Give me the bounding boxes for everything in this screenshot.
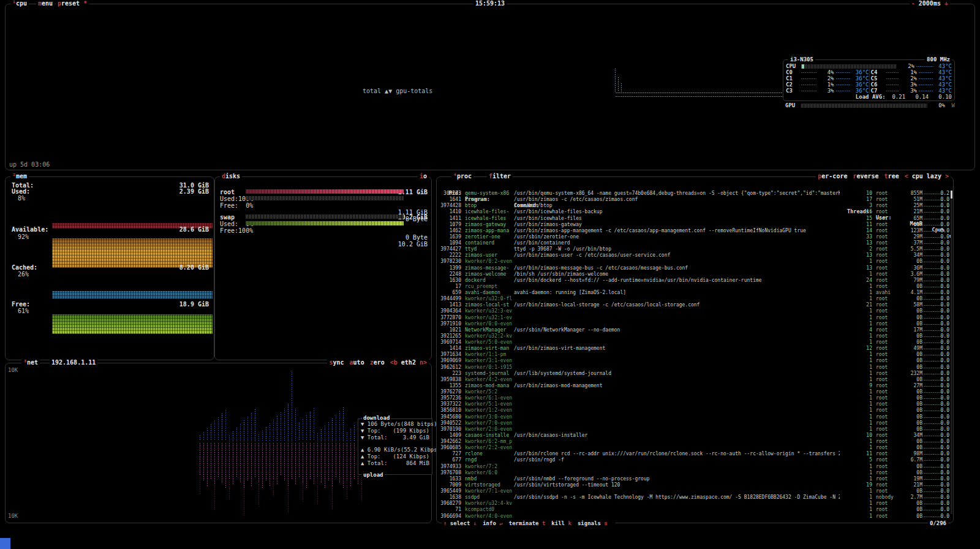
process-row[interactable]: 3970190kworker/2:0-even1root0B0.0 (438, 426, 951, 433)
process-row[interactable]: 727rclone/usr/bin/rclone rcd --rc-addr u… (438, 451, 951, 457)
process-row[interactable]: 3921265kworker/u32:2-kv1root0B0.0 (438, 333, 951, 339)
core-row: C12%36°C (786, 75, 869, 81)
process-row[interactable]: 1641zimaos/usr/bin/zimaos -c /etc/casaos… (438, 197, 951, 203)
net-box-title[interactable]: ³net (21, 358, 40, 367)
mem-box-title[interactable]: ²mem (10, 172, 29, 181)
net-interface-selector[interactable]: <b eth2 n> (390, 358, 427, 367)
process-row[interactable]: 3976708kworker/6:01root0B0.0 (438, 470, 951, 476)
proc-sort-selector[interactable]: < cpu lazy > (905, 172, 949, 181)
process-row[interactable]: 1094containerd/usr/bin/containerd13root3… (438, 240, 951, 246)
download-title: download (362, 415, 391, 422)
process-row[interactable]: 3974933kworker/7:21root0B0.0 (438, 464, 951, 470)
tab-menu[interactable]: menu (36, 0, 55, 8)
disk-used-meter (246, 214, 404, 219)
btop-screen: { "topbar": { "tabs": [ {"key": "¹", "re… (0, 0, 980, 549)
process-row[interactable]: 3974428btop/usr/bin/btop3root25M0.0 (438, 203, 951, 209)
process-row[interactable]: 223systemd-journal/usr/lib/systemd/syste… (438, 371, 951, 377)
process-row[interactable]: 1399zimaos-message-/usr/bin/zimaos-messa… (438, 265, 951, 271)
net-zero-button[interactable]: zero (370, 358, 385, 367)
tab-cpu[interactable]: ¹cpu (10, 0, 29, 8)
process-row[interactable]: 1414zimaos-virt-man/usr/bin/zimaos-virt-… (438, 346, 951, 352)
process-row[interactable]: 1638ssdpd/usr/sbin/ssdpd -n -s -m Icewha… (438, 494, 951, 501)
process-row[interactable]: 3856810kworker/1:2-even1root0B0.0 (438, 407, 951, 414)
process-row[interactable]: 3971634kworker/1:1-pm1root0B0.0 (438, 352, 951, 358)
kill-action[interactable]: kill k (551, 519, 571, 528)
process-row[interactable]: 3974427ttydttyd -p 39687 -W -o /usr/bin/… (438, 246, 951, 252)
process-row[interactable]: 3944499kworker/u32:0-fl1root0B0.0 (438, 296, 951, 302)
proc-percore-toggle[interactable]: per-core (818, 172, 847, 181)
process-row[interactable]: 3904364kworker/u32:3-ev1root0B0.0 (438, 308, 951, 314)
process-row[interactable]: 3957236kworker/6:1-even1root0B0.0 (438, 395, 951, 401)
process-row[interactable]: 1639zerotier-one/usr/sbin/zerotier-one33… (438, 234, 951, 240)
interval-increase-button[interactable]: + (944, 0, 948, 7)
graph-mode-label[interactable]: total ▲▼ gpu-totals (363, 88, 432, 94)
process-row[interactable]: 1021NetworkManager/usr/sbin/NetworkManag… (438, 327, 951, 333)
terminate-action[interactable]: terminate t (509, 519, 546, 528)
process-row[interactable]: 71kcompactd01root0B0.0 (438, 507, 951, 513)
signals-action[interactable]: signals s (578, 519, 608, 528)
net-graph-bar (243, 420, 246, 441)
net-sync-button[interactable]: sync (329, 358, 344, 367)
core-row: C41%43°C (871, 69, 952, 75)
process-row[interactable]: 1079zimaos-gateway/usr/bin/zimaos-gatewa… (438, 222, 951, 228)
process-row[interactable]: 3945680kworker/3:0-even1root0B0.0 (438, 414, 951, 420)
cpu-graph-spike (620, 83, 622, 91)
process-row[interactable]: 3960685kworker/2:2-even1root0B0.0 (438, 445, 951, 451)
process-row[interactable]: 659avahi-daemonavahi-daemon: running [Zi… (438, 290, 951, 296)
process-row[interactable]: 2222zimaos-user/usr/bin/zimaos-user -c /… (438, 252, 951, 259)
process-row[interactable]: 1633nmbd/usr/sbin/nmbd --foreground --no… (438, 476, 951, 482)
process-row[interactable]: 1630dockerd/usr/bin/dockerd --host=fd://… (438, 278, 951, 284)
proc-reverse-toggle[interactable]: reverse (853, 172, 878, 181)
mem-available-value: 28.6 GiB (179, 226, 209, 233)
net-graph-bar (317, 433, 319, 441)
process-row[interactable]: 3940522kworker/7:0-even1root0B0.0 (438, 420, 951, 426)
io-mode-toggle[interactable]: io (418, 172, 429, 181)
net-graph-bar (280, 412, 282, 441)
process-row[interactable]: 3969714kworker/5:0-even1root0B0.0 (438, 339, 951, 346)
process-row[interactable]: 3968279kworker/u32:4-kv1root0B0.0 (438, 501, 951, 507)
process-row[interactable]: 677rngd/usr/sbin/rngd -f5root6.7M0.0 (438, 457, 951, 463)
net-graph-bar (247, 416, 249, 441)
disks-box-title[interactable]: disks (220, 172, 242, 181)
net-graph-bar (313, 407, 315, 441)
proc-tree-toggle[interactable]: tree (884, 172, 899, 181)
net-graph-bar (199, 476, 202, 494)
proc-scrollbar-track[interactable] (951, 191, 952, 514)
process-row[interactable]: 3959838kworker/4:2-even1root0B0.0 (438, 377, 951, 383)
process-row[interactable]: 1411icewhale-files/usr/bin/icewhale-file… (438, 216, 951, 222)
process-row[interactable]: 3976270kworker/5:21root0B0.0 (438, 389, 951, 395)
process-row[interactable]: 3942662kworker/6:2-mm_p1root0B0.0 (438, 439, 951, 445)
net-graph-bar (236, 442, 238, 477)
net-graph-bar (276, 442, 279, 484)
process-row[interactable]: 17rcu_preempt1root0B0.0 (438, 284, 951, 290)
process-row[interactable]: 1355zimaos-mod-mana/usr/bin/zimaos-mod-m… (438, 383, 951, 389)
net-auto-button[interactable]: auto (350, 358, 364, 367)
cpu-graph-spike (614, 68, 616, 91)
process-row[interactable]: 2248zimaos-welcome/bin/sh /usr/sbin/zima… (438, 271, 951, 278)
process-row[interactable]: 7009virtstoraged/usr/sbin/virtstoraged -… (438, 482, 951, 488)
cpu-model-label: i3-N305 (788, 55, 815, 64)
process-row[interactable]: 3772870kworker/u32:1-ev1root0B0.0 (438, 315, 951, 321)
process-row[interactable]: 3969069kworker/3:1-even1root0B0.0 (438, 358, 951, 364)
net-graph-bar (228, 442, 231, 480)
process-row[interactable]: 3978230kworker/0:2-even1root0B0.0 (438, 259, 951, 265)
process-row[interactable]: 1462zimaos-app-mana/usr/bin/zimaos-app-m… (438, 228, 951, 234)
interval-decrease-button[interactable]: - (911, 0, 915, 7)
process-row[interactable]: 3962612kworker/0:1-i9151root0B0.0 (438, 365, 951, 371)
process-row[interactable]: 309273qemu-system-x86/usr/bin/qemu-syste… (438, 191, 951, 197)
proc-box-title[interactable]: ⁴proc (451, 172, 473, 181)
net-graph-bar (335, 442, 337, 478)
info-action[interactable]: info ↵ (483, 519, 503, 528)
process-row[interactable]: 3971910kworker/0:0-even1root0B0.0 (438, 321, 951, 327)
tab-preset[interactable]: preset * (56, 0, 89, 8)
process-row[interactable]: 1410icewhale-files-/usr/bin/icewhale-fil… (438, 209, 951, 215)
process-row[interactable]: 1409casaos-installe/usr/bin/casaos-insta… (438, 433, 951, 439)
proc-filter-button[interactable]: filter (487, 172, 513, 181)
cpu-graph-spike (617, 77, 619, 91)
proc-scrollbar-thumb[interactable] (951, 191, 952, 199)
select-action[interactable]: ↑ select ↓ (443, 519, 477, 528)
process-row[interactable]: 1413zimaos-local-st/usr/bin/zimaos-local… (438, 302, 951, 308)
proc-selection-count: 0/296 (928, 519, 948, 528)
process-row[interactable]: 3937322kworker/5:1-even1root0B0.0 (438, 401, 951, 407)
process-row[interactable]: 3965449kworker/7:1-even1root0B0.0 (438, 488, 951, 494)
